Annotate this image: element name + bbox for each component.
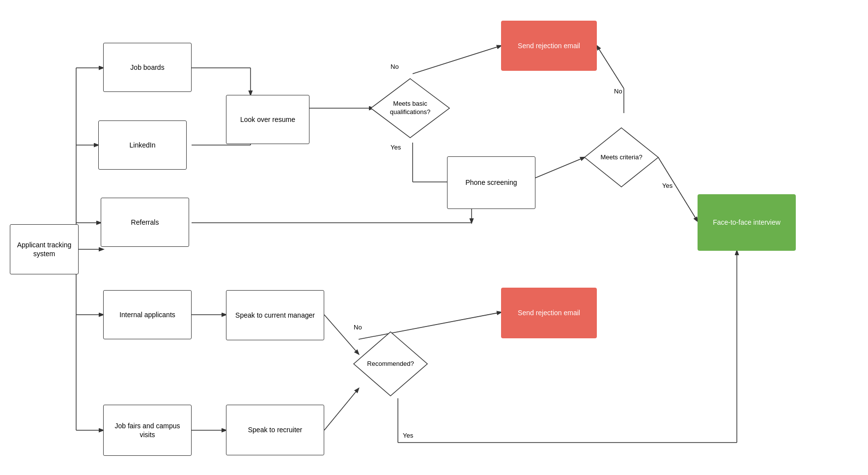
job-fairs-node: Job fairs and campus visits bbox=[103, 405, 192, 456]
speak-to-recruiter-node: Speak to recruiter bbox=[226, 405, 324, 455]
meets-criteria-label: Meets criteria? bbox=[600, 153, 642, 162]
look-over-resume-node: Look over resume bbox=[226, 95, 309, 144]
no-label-1: No bbox=[391, 63, 399, 70]
meets-basic-qual-label: Meets basic qualifications? bbox=[381, 100, 440, 117]
job-boards-node: Job boards bbox=[103, 43, 192, 92]
no-label-2: No bbox=[614, 88, 622, 95]
yes-label-3: Yes bbox=[403, 432, 413, 439]
no-label-3: No bbox=[354, 324, 362, 331]
linkedin-node: LinkedIn bbox=[98, 120, 187, 170]
send-rejection-email-1-node: Send rejection email bbox=[501, 21, 597, 71]
speak-to-current-manager-node: Speak to current manager bbox=[226, 290, 324, 340]
svg-line-13 bbox=[413, 46, 501, 74]
internal-applicants-node: Internal applicants bbox=[103, 290, 192, 339]
yes-label-2: Yes bbox=[662, 182, 672, 189]
referrals-node: Referrals bbox=[101, 198, 189, 247]
recommended-label: Recommended? bbox=[367, 360, 414, 368]
yes-label-1: Yes bbox=[391, 144, 401, 151]
applicant-tracking-system-node: Applicant tracking system bbox=[10, 224, 79, 274]
